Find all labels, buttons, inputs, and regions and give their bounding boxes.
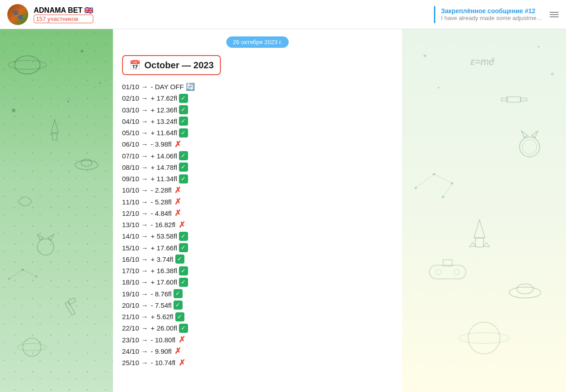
cross-icon: ✗ bbox=[173, 346, 183, 356]
entry-row: 11/10 → - 5.28fl✗ bbox=[122, 197, 393, 207]
entry-arrow: → bbox=[141, 335, 148, 345]
entry-value: - 10.74fl bbox=[151, 357, 175, 368]
entry-row: 02/10 → + 17.62fl✓ bbox=[122, 93, 393, 103]
entry-value: - 10.80fl bbox=[151, 335, 175, 345]
pinned-message[interactable]: Закреплённое сообщение #12 I have alread… bbox=[434, 6, 542, 23]
header: 🐾 ADNAMA BET 🇬🇧 157 участников Закреплён… bbox=[0, 0, 566, 29]
entry-date: 17/10 bbox=[122, 265, 139, 276]
month-header-box: 📅 October — 2023 bbox=[122, 55, 221, 75]
entry-row: 25/10 → - 10.74fl✗ bbox=[122, 357, 393, 368]
check-icon: ✓ bbox=[179, 163, 188, 172]
entry-value: + 17.66fl bbox=[151, 243, 177, 253]
entry-arrow: → bbox=[141, 81, 148, 92]
entry-row: 18/10 → + 17.60fl✓ bbox=[122, 277, 393, 287]
svg-point-26 bbox=[551, 73, 554, 76]
entry-row: 10/10 → - 2.28fl✗ bbox=[122, 185, 393, 195]
entry-arrow: → bbox=[141, 219, 148, 230]
svg-rect-30 bbox=[520, 98, 527, 101]
svg-point-49 bbox=[454, 270, 459, 275]
entry-row: 17/10 → + 16.38fl✓ bbox=[122, 265, 393, 276]
entry-arrow: → bbox=[141, 323, 148, 333]
svg-point-50 bbox=[509, 287, 541, 298]
entry-date: 03/10 bbox=[122, 105, 139, 115]
main-area: 26 октября 2023 г. 📅 October — 2023 01/1… bbox=[0, 29, 566, 392]
entry-arrow: → bbox=[141, 162, 148, 173]
entry-row: 16/10 → + 3.74fl✓ bbox=[122, 254, 393, 265]
entry-value: + 11.34fl bbox=[151, 173, 177, 184]
check-icon: ✓ bbox=[179, 151, 188, 160]
entry-arrow: → bbox=[141, 197, 148, 207]
calendar-icon: 📅 bbox=[129, 60, 141, 71]
svg-marker-32 bbox=[521, 131, 527, 138]
avatar[interactable]: 🐾 bbox=[7, 4, 28, 25]
check-icon: ✓ bbox=[175, 255, 184, 264]
entry-arrow: → bbox=[141, 231, 148, 241]
refresh-icon: 🔄 bbox=[186, 82, 195, 92]
check-icon: ✓ bbox=[179, 128, 188, 137]
cross-icon: ✗ bbox=[177, 335, 186, 344]
pinned-divider bbox=[434, 6, 435, 23]
entry-value: + 53.58fl bbox=[151, 231, 177, 241]
check-icon: ✓ bbox=[173, 289, 183, 298]
entry-date: 14/10 bbox=[122, 231, 139, 241]
left-bg-pattern bbox=[0, 29, 113, 392]
entry-value: + 5.62fl bbox=[151, 311, 173, 322]
svg-point-24 bbox=[423, 55, 426, 57]
entry-date: 07/10 bbox=[122, 151, 139, 161]
menu-line-1 bbox=[550, 12, 559, 13]
entry-date: 10/10 bbox=[122, 185, 139, 195]
entry-row: 12/10 → - 4.84fl✗ bbox=[122, 208, 393, 219]
cross-icon: ✗ bbox=[177, 358, 186, 367]
svg-point-53 bbox=[459, 333, 509, 344]
entry-list: 01/10 → - DAY OFF🔄02/10 → + 17.62fl✓03/1… bbox=[122, 81, 393, 368]
svg-rect-28 bbox=[507, 97, 520, 102]
entry-arrow: → bbox=[141, 185, 148, 195]
header-info: ADNAMA BET 🇬🇧 157 участников bbox=[34, 6, 93, 23]
check-icon: ✓ bbox=[179, 278, 188, 287]
entry-arrow: → bbox=[141, 277, 148, 287]
entry-arrow: → bbox=[141, 116, 148, 127]
entry-arrow: → bbox=[141, 265, 148, 276]
entry-arrow: → bbox=[141, 173, 148, 184]
entry-arrow: → bbox=[141, 151, 148, 161]
entry-row: 07/10 → + 14.06fl✓ bbox=[122, 151, 393, 161]
svg-marker-33 bbox=[532, 131, 538, 138]
entry-row: 04/10 → + 13.24fl✓ bbox=[122, 116, 393, 127]
entry-arrow: → bbox=[141, 93, 148, 103]
svg-point-31 bbox=[520, 137, 540, 157]
entry-date: 04/10 bbox=[122, 116, 139, 127]
check-icon: ✓ bbox=[179, 105, 188, 114]
cross-icon: ✗ bbox=[173, 209, 183, 218]
entry-date: 25/10 bbox=[122, 357, 139, 368]
svg-point-51 bbox=[517, 284, 533, 294]
entry-value: - 9.90fl bbox=[151, 346, 172, 356]
menu-line-3 bbox=[550, 16, 559, 17]
entry-value: - 7.54fl bbox=[151, 300, 172, 311]
entry-date: 24/10 bbox=[122, 346, 139, 356]
entry-row: 21/10 → + 5.62fl✓ bbox=[122, 311, 393, 322]
svg-text:ε=mc: ε=mc bbox=[470, 56, 494, 67]
svg-line-39 bbox=[416, 174, 434, 188]
entry-arrow: → bbox=[141, 105, 148, 115]
entry-value: - DAY OFF bbox=[151, 81, 184, 92]
entry-date: 22/10 bbox=[122, 323, 139, 333]
entry-row: 15/10 → + 17.66fl✓ bbox=[122, 243, 393, 253]
svg-line-40 bbox=[434, 174, 452, 183]
pinned-content: Закреплённое сообщение #12 I have alread… bbox=[441, 7, 542, 21]
entry-date: 01/10 bbox=[122, 81, 139, 92]
entry-row: 19/10 → - 8.76fl✓ bbox=[122, 289, 393, 299]
cross-icon: ✗ bbox=[177, 220, 186, 229]
entry-value: + 14.78fl bbox=[151, 162, 177, 173]
svg-marker-42 bbox=[474, 220, 485, 238]
menu-line-2 bbox=[550, 14, 559, 15]
entry-row: 14/10 → + 53.58fl✓ bbox=[122, 231, 393, 241]
entry-date: 06/10 bbox=[122, 139, 139, 149]
pinned-preview: I have already made some adjustme… bbox=[441, 15, 542, 21]
cross-icon: ✗ bbox=[173, 140, 183, 149]
entry-row: 13/10 → - 16.82fl✗ bbox=[122, 219, 393, 230]
menu-icon[interactable] bbox=[550, 12, 559, 17]
entry-row: 24/10 → - 9.90fl✗ bbox=[122, 346, 393, 356]
channel-name-text: ADNAMA BET 🇬🇧 bbox=[34, 6, 93, 15]
check-icon: ✓ bbox=[179, 243, 188, 252]
svg-marker-44 bbox=[469, 243, 475, 247]
